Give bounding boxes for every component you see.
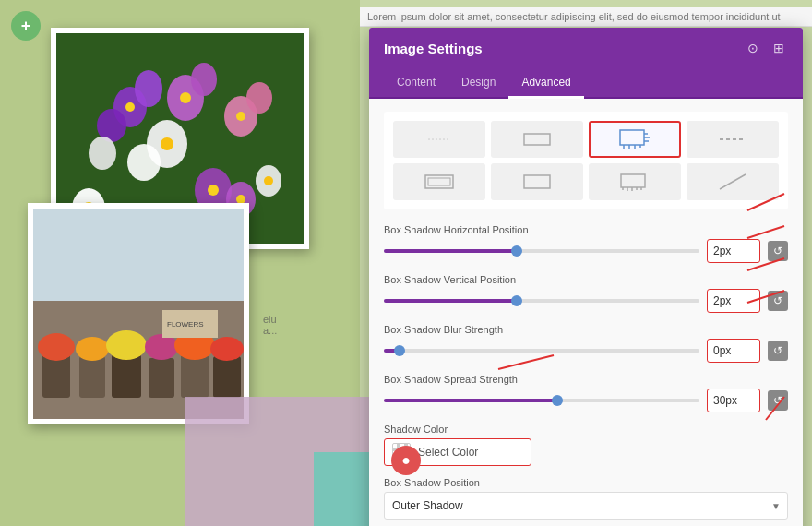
shadow-position-wrapper: Outer Shadow Inner Shadow ▼ [384,492,788,520]
horizontal-position-control: 2px ↺ [384,239,788,263]
svg-point-20 [264,176,273,185]
red-circle-button[interactable]: ● [391,446,421,475]
horizontal-position-track[interactable] [384,249,699,253]
photo-street-inner: FLOWERS [33,209,244,419]
horizontal-position-fill [384,249,517,253]
svg-point-8 [89,137,116,170]
spread-strength-control: 30px ↺ [384,389,788,412]
svg-point-10 [246,82,272,114]
grid-icon[interactable]: ⊞ [770,39,788,57]
teal-bg-panel [314,452,369,526]
tab-design[interactable]: Design [448,68,508,99]
vertical-position-fill [384,299,517,303]
svg-point-7 [127,144,161,181]
vertical-position-control: 2px ↺ [384,289,788,313]
border-none-option[interactable] [393,121,485,158]
blur-strength-reset[interactable]: ↺ [768,341,788,361]
spread-strength-label: Box Shadow Spread Strength [384,374,788,385]
svg-point-36 [210,337,244,361]
tab-content[interactable]: Content [384,68,448,99]
horizontal-position-label: Box Shadow Horizontal Position [384,224,788,235]
horizontal-position-row: Box Shadow Horizontal Position 2px ↺ [384,224,788,263]
spread-strength-track[interactable] [384,399,699,402]
svg-line-59 [720,174,746,189]
svg-rect-52 [524,175,550,188]
border-diagonal-option[interactable] [687,163,779,200]
svg-rect-28 [149,358,174,398]
svg-point-11 [125,102,135,112]
svg-point-2 [135,70,162,107]
svg-point-18 [208,185,219,196]
blur-strength-input[interactable]: 0px [707,339,760,363]
tabs-bar: Content Design Advanced [369,68,803,99]
spread-strength-thumb [552,395,563,406]
svg-rect-41 [620,130,644,145]
add-button[interactable]: + [11,11,41,41]
spread-strength-fill [384,399,557,402]
svg-point-31 [38,333,75,361]
svg-point-14 [236,112,245,121]
vertical-position-reset[interactable]: ↺ [768,291,788,311]
vertical-position-track[interactable] [384,299,699,303]
settings-icon[interactable]: ⊙ [744,39,762,57]
blur-strength-track[interactable] [384,349,699,353]
spread-strength-row: Box Shadow Spread Strength 30px ↺ [384,374,788,412]
svg-rect-30 [213,356,241,398]
border-solid-option[interactable] [491,121,583,158]
photo-street: FLOWERS [28,203,249,424]
shadow-position-select[interactable]: Outer Shadow Inner Shadow [384,492,788,520]
vertical-position-row: Box Shadow Vertical Position 2px ↺ [384,274,788,313]
svg-text:FLOWERS: FLOWERS [167,320,204,329]
border-dashed-option[interactable] [687,121,779,158]
border-bottom-shadow-option[interactable] [589,163,681,200]
blur-strength-control: 0px ↺ [384,339,788,363]
border-style-grid [384,112,788,209]
svg-rect-23 [33,209,249,301]
shadow-color-label: Shadow Color [384,424,788,435]
blur-strength-row: Box Shadow Blur Strength 0px ↺ [384,324,788,363]
horizontal-position-input[interactable]: 2px [707,239,760,263]
spread-strength-input[interactable]: 30px [707,389,760,412]
shadow-color-row: Shadow Color Select Color [384,424,788,466]
horizontal-position-reset[interactable]: ↺ [768,241,788,261]
panel-title: Image Settings [384,41,483,56]
panel-header: Image Settings ⊙ ⊞ [369,28,803,68]
svg-rect-53 [621,174,645,187]
svg-point-33 [106,330,147,360]
svg-rect-40 [524,134,550,145]
lorem-text: Lorem ipsum dolor sit amet, consectetur … [360,7,812,27]
border-inset-option[interactable] [491,163,583,200]
svg-point-12 [180,92,191,103]
image-settings-panel: Image Settings ⊙ ⊞ Content Design Advanc… [369,28,803,526]
svg-point-34 [145,334,178,360]
blur-strength-thumb [394,345,405,356]
blur-strength-label: Box Shadow Blur Strength [384,324,788,335]
panel-header-icons: ⊙ ⊞ [744,39,788,57]
svg-rect-27 [112,354,141,398]
shadow-position-label: Box Shadow Position [384,477,788,488]
spread-strength-reset[interactable]: ↺ [768,390,788,411]
border-double-option[interactable] [393,163,485,200]
svg-rect-26 [79,356,105,398]
overlay-text: eiua... [263,314,277,336]
svg-point-5 [191,63,217,96]
svg-point-32 [76,337,109,361]
tab-advanced[interactable]: Advanced [508,68,583,99]
svg-rect-51 [428,178,450,185]
shadow-position-row: Box Shadow Position Outer Shadow Inner S… [384,477,788,520]
vertical-position-label: Box Shadow Vertical Position [384,274,788,285]
vertical-position-thumb [511,295,522,306]
horizontal-position-thumb [511,245,522,257]
border-shadow-option[interactable] [589,121,681,158]
vertical-position-input[interactable]: 2px [707,289,760,313]
svg-point-13 [161,137,173,150]
panel-body: Box Shadow Horizontal Position 2px ↺ Box… [369,99,803,526]
svg-rect-50 [425,175,453,188]
select-color-label: Select Color [418,446,478,459]
